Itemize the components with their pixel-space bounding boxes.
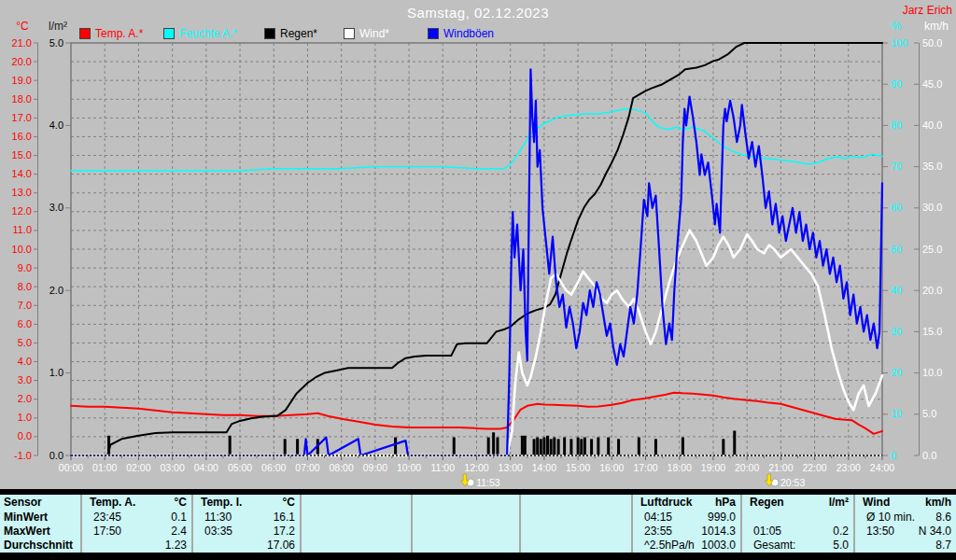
temp-axis-tick-label: 5.0	[18, 337, 32, 348]
cell-value: 17.06	[267, 539, 295, 552]
temp-axis-tick-label: 8.0	[18, 281, 32, 292]
cell-value: 0.1	[171, 511, 187, 524]
table-cell-temp-i-hdr: Temp. I.°C	[193, 495, 302, 510]
table-cell-luftdruck-avg: ^2.5hPa/h1003.0	[633, 538, 742, 553]
table-cell-empty-max	[302, 524, 413, 538]
cell-value: 2.4	[171, 525, 187, 538]
cell-value: °C	[283, 496, 295, 509]
humidity-axis-tick-label: 100	[891, 37, 907, 49]
rain-rate-bar	[524, 436, 527, 455]
x-axis-label: 10:00	[397, 462, 421, 473]
x-axis-label: 18:00	[668, 462, 692, 473]
rain-rate-bar	[638, 438, 640, 455]
temp-axis-tick-label: 13.0	[12, 187, 32, 198]
wind-axis-tick-label: 0.0	[922, 450, 936, 461]
rain-axis-tick-label: 5.0	[49, 37, 63, 49]
table-cell-temp-a-hdr: Temp. A.°C	[82, 495, 193, 510]
temp-axis-tick-label: 0.0	[18, 430, 32, 441]
cell-value: 1003.0	[701, 539, 736, 552]
wind-axis-tick-label: 35.0	[922, 161, 942, 172]
marker-time-label: 20:53	[780, 477, 805, 488]
cell-value: °C	[175, 496, 187, 509]
humidity-axis-tick-label: 50	[891, 244, 902, 255]
temp-axis-tick-label: 19.0	[12, 75, 32, 86]
x-axis-label: 13:00	[499, 462, 523, 473]
humidity-axis-unit-label: %	[892, 20, 902, 33]
table-cell-empty-min	[521, 510, 633, 524]
rain-rate-bar	[496, 438, 499, 455]
table-cell-empty-hdr	[302, 495, 413, 510]
cell-value: 999.0	[708, 511, 736, 524]
x-axis-label: 21:00	[768, 462, 793, 473]
temp-axis-tick-label: 3.0	[18, 374, 32, 385]
rain-rate-bar	[654, 439, 657, 455]
wind-axis-unit-label: km/h	[924, 20, 949, 33]
rain-rate-bar	[394, 438, 397, 455]
table-cell-empty-hdr	[521, 495, 633, 510]
humidity-axis-tick-label: 30	[891, 326, 902, 337]
x-axis-label: 24:00	[870, 462, 894, 473]
table-cell-wind-max: 13:50N 34.0	[855, 524, 956, 538]
temp-axis-tick-label: 14.0	[12, 168, 32, 179]
wind-axis-tick-label: 25.0	[922, 244, 942, 255]
table-row-label: MinWert	[0, 510, 82, 524]
x-axis-label: 07:00	[295, 462, 319, 473]
rain-rate-bar	[553, 438, 555, 455]
temp-axis-tick-label: 21.0	[12, 37, 32, 49]
rain-rate-bar	[542, 438, 545, 455]
cell-time: Regen	[742, 496, 784, 509]
x-axis-label: 20:00	[735, 462, 759, 473]
temp-axis-tick-label: 6.0	[18, 318, 32, 329]
x-axis-label: 05:00	[228, 462, 252, 473]
separator-strip-bottom	[0, 553, 956, 560]
x-axis-label: 15:00	[566, 462, 590, 473]
temp-axis-tick-label: 20.0	[12, 56, 32, 67]
humidity-axis-tick-label: 10	[891, 408, 902, 419]
rain-axis-tick-label: 2.0	[49, 285, 63, 296]
x-axis-label: 08:00	[330, 462, 354, 473]
table-cell-temp-a-min: 23:450.1	[82, 510, 193, 524]
temp-axis-tick-label: 7.0	[18, 300, 32, 311]
cell-value: l/m²	[829, 496, 849, 509]
rain-rate-bar	[682, 438, 684, 455]
wind-axis-tick-label: 45.0	[922, 78, 942, 90]
rain-axis-tick-label: 1.0	[49, 367, 63, 378]
table-cell-temp-a-max: 17:502.4	[82, 524, 193, 538]
wind-axis-tick-label: 20.0	[922, 285, 942, 296]
x-axis-label: 12:00	[464, 462, 488, 473]
cell-value: hPa	[715, 496, 736, 509]
table-cell-empty-avg	[413, 538, 521, 553]
wind-axis-tick-label: 40.0	[922, 119, 942, 131]
humidity-axis-tick-label: 40	[891, 285, 902, 296]
cell-value: 1.23	[165, 539, 187, 552]
cell-time: 13:50	[855, 525, 894, 538]
table-row-label: MaxWert	[0, 524, 82, 538]
humidity-axis-tick-label: 60	[891, 202, 902, 213]
x-axis-label: 01:00	[92, 462, 117, 473]
table-cell-empty-avg	[302, 538, 413, 553]
rain-rate-bar	[569, 439, 572, 455]
table-cell-empty-max	[521, 524, 633, 538]
rain-rate-bar	[284, 439, 287, 455]
humidity-axis-tick-label: 80	[891, 119, 902, 131]
cell-time: 01:05	[742, 525, 781, 538]
rain-rate-bar	[597, 438, 599, 455]
rain-rate-bar	[540, 439, 542, 455]
x-axis-label: 22:00	[802, 462, 826, 473]
table-cell-temp-i-max: 03:3517.2	[193, 524, 302, 538]
x-axis-label: 16:00	[599, 462, 624, 473]
table-cell-luftdruck-hdr: LuftdruckhPa	[633, 495, 742, 510]
table-cell-regen-min	[742, 510, 855, 524]
temp-axis-tick-label: 4.0	[18, 356, 32, 367]
x-axis-label: 14:00	[532, 462, 556, 473]
table-cell-regen-avg: Gesamt:5.0	[742, 538, 855, 553]
cell-value: km/h	[925, 496, 951, 509]
rain-rate-bar	[533, 439, 536, 455]
cell-time: Temp. I.	[193, 496, 242, 509]
cell-time: 23:55	[633, 525, 672, 538]
table-cell-temp-a-avg: 1.23	[82, 538, 193, 553]
rain-rate-bar	[521, 436, 524, 455]
table-cell-luftdruck-min: 04:15999.0	[633, 510, 742, 524]
temp-axis-tick-label: 16.0	[12, 131, 32, 142]
rain-rate-bar	[492, 432, 495, 455]
